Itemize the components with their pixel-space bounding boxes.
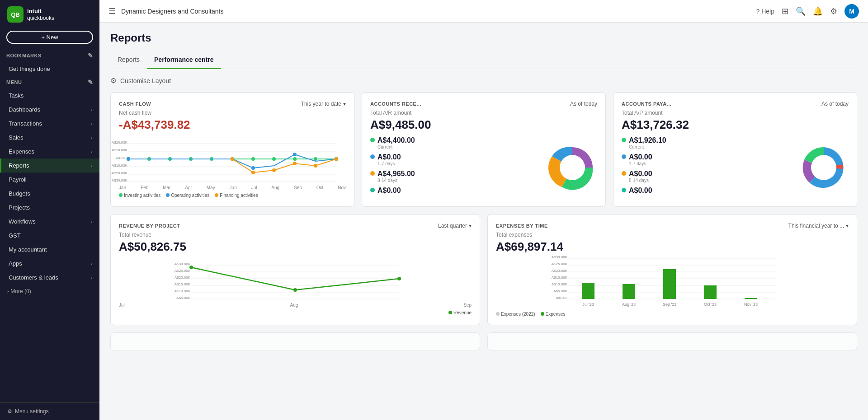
help-button[interactable]: ? Help: [756, 8, 774, 15]
ebt-header: EXPENSES BY TIME This financial year to …: [496, 223, 849, 229]
sidebar-item-get-things-done[interactable]: Get things done: [0, 62, 99, 76]
ar-donut-labels: A$4,400.00 Current A$0.00 1-7 days: [370, 136, 540, 198]
sidebar-item-my-accountant[interactable]: My accountant: [0, 243, 99, 257]
svg-point-30: [293, 162, 297, 165]
ar-header: ACCOUNTS RECE... As of today: [370, 101, 597, 107]
ebt-title: EXPENSES BY TIME: [496, 223, 548, 229]
svg-text:A$10.00K: A$10.00K: [552, 282, 568, 286]
ar-donut-chart: [547, 143, 597, 192]
sidebar-item-label: Tasks: [9, 92, 92, 99]
svg-text:A$30.00K: A$30.00K: [175, 262, 191, 266]
ap-header: ACCOUNTS PAYA... As of today: [622, 101, 849, 107]
sidebar-item-workflows[interactable]: Workflows ›: [0, 215, 99, 229]
rbp-header: REVENUE BY PROJECT Last quarter ▾: [119, 223, 472, 229]
topbar-left: ☰ Dynamic Designers and Consultants: [108, 6, 223, 16]
content-area: Reports Reports Performance centre ⚙ Cus…: [99, 23, 868, 420]
ar-period[interactable]: As of today: [570, 101, 597, 107]
ebt-period[interactable]: This financial year to ... ▾: [788, 223, 849, 229]
user-avatar[interactable]: M: [844, 4, 859, 19]
new-button[interactable]: + New: [6, 31, 93, 44]
svg-text:A$15.00K: A$15.00K: [552, 275, 568, 280]
rbp-subtitle: Total revenue: [119, 232, 472, 238]
menu-section[interactable]: MENU ✎: [0, 76, 99, 89]
svg-point-23: [127, 157, 130, 161]
svg-text:A$10.00K: A$10.00K: [112, 148, 128, 152]
svg-point-49: [397, 277, 401, 280]
settings-icon: ⚙: [7, 408, 12, 415]
sidebar-item-reports[interactable]: Reports ›: [0, 159, 99, 173]
search-icon[interactable]: 🔍: [796, 6, 806, 16]
svg-rect-68: [745, 298, 757, 299]
svg-text:A$5.00K: A$5.00K: [176, 296, 190, 300]
cash-flow-subtitle: Net cash flow: [119, 110, 346, 116]
edit-menu-icon[interactable]: ✎: [88, 79, 94, 86]
sidebar-item-payroll[interactable]: Payroll: [0, 173, 99, 187]
apps-grid-icon[interactable]: ⊞: [782, 6, 788, 16]
sidebar-item-label: My accountant: [9, 246, 92, 253]
svg-text:A$20.00K: A$20.00K: [112, 140, 128, 145]
svg-text:-A$30.00K: -A$30.00K: [110, 178, 127, 182]
svg-point-24: [251, 166, 255, 170]
svg-text:A$20.00K: A$20.00K: [552, 269, 568, 273]
ar-title: ACCOUNTS RECE...: [370, 101, 421, 107]
svg-rect-66: [663, 269, 676, 299]
sidebar-item-projects[interactable]: Projects: [0, 201, 99, 215]
sidebar-item-apps[interactable]: Apps ›: [0, 257, 99, 271]
svg-text:A$5.00K: A$5.00K: [553, 289, 567, 293]
tab-reports[interactable]: Reports: [110, 51, 147, 69]
sidebar-item-expenses[interactable]: Expenses ›: [0, 145, 99, 159]
cash-flow-amount: -A$43,739.82: [119, 118, 346, 132]
ap-period[interactable]: As of today: [821, 101, 849, 107]
settings-icon[interactable]: ⚙: [830, 6, 837, 16]
cash-flow-x-labels: JanFeb MarApr MayJun JulAug SepOct Nov: [119, 185, 346, 190]
chevron-right-icon: ›: [90, 149, 92, 154]
sidebar-item-customers-leads[interactable]: Customers & leads ›: [0, 271, 99, 285]
rbp-legend: Revenue: [119, 310, 472, 315]
svg-point-34: [811, 155, 836, 180]
sidebar-item-transactions[interactable]: Transactions ›: [0, 117, 99, 131]
accounts-payable-card: ACCOUNTS PAYA... As of today Total A/P a…: [613, 92, 857, 207]
sidebar-more[interactable]: › More (0): [0, 285, 99, 298]
sidebar-item-gst[interactable]: GST: [0, 229, 99, 243]
ar-label-8-14: A$4,965.00 8-14 days: [370, 170, 540, 183]
chevron-right-icon: ›: [90, 163, 92, 168]
bookmarks-section[interactable]: BOOKMARKS ✎: [0, 49, 99, 62]
chevron-down-icon: ▾: [343, 101, 346, 107]
ap-donut-chart: [799, 143, 849, 192]
expenses-chart: A$30.00K A$25.00K A$20.00K A$15.00K A$10…: [496, 258, 849, 299]
ebt-subtitle: Total expenses: [496, 232, 849, 238]
sidebar-item-tasks[interactable]: Tasks: [0, 89, 99, 103]
customise-layout-bar[interactable]: ⚙ Customise Layout: [110, 76, 857, 85]
sidebar-item-label: Get things done: [9, 65, 92, 72]
ap-8-14-dot: [622, 171, 626, 176]
rbp-period[interactable]: Last quarter ▾: [438, 223, 472, 229]
sidebar-item-dashboards[interactable]: Dashboards ›: [0, 103, 99, 117]
edit-bookmarks-icon[interactable]: ✎: [88, 52, 94, 59]
ap-period-label: As of today: [821, 101, 849, 107]
sidebar-item-sales[interactable]: Sales ›: [0, 131, 99, 145]
notifications-icon[interactable]: 🔔: [813, 6, 823, 16]
tab-performance-centre[interactable]: Performance centre: [147, 51, 221, 69]
ar-subtitle: Total A/R amount: [370, 110, 597, 116]
sidebar-item-label: Apps: [9, 260, 90, 267]
svg-text:A$20.00K: A$20.00K: [175, 275, 191, 280]
svg-text:A$0.00: A$0.00: [116, 156, 128, 160]
menu-settings[interactable]: ⚙ Menu settings: [0, 402, 99, 420]
ar-8-14-dot: [370, 171, 375, 176]
hamburger-icon[interactable]: ☰: [108, 6, 116, 16]
svg-point-47: [189, 266, 193, 269]
cash-flow-title: CASH FLOW: [119, 101, 151, 107]
menu-label: MENU: [6, 79, 22, 85]
cash-flow-card: CASH FLOW This year to date ▾ Net cash f…: [110, 92, 354, 207]
sidebar-item-label: Workflows: [9, 218, 90, 225]
partial-card-right: [487, 332, 857, 350]
ar-label-current: A$4,400.00 Current: [370, 136, 540, 149]
rbp-period-label: Last quarter: [438, 223, 467, 229]
cash-flow-period[interactable]: This year to date ▾: [301, 101, 346, 107]
sidebar-item-budgets[interactable]: Budgets: [0, 187, 99, 201]
logo: QB intuitquickbooks: [0, 0, 99, 29]
ar-other-dot: [370, 188, 375, 192]
svg-point-29: [272, 168, 276, 172]
ar-1-7-dot: [370, 154, 375, 159]
topbar: ☰ Dynamic Designers and Consultants ? He…: [99, 0, 868, 23]
